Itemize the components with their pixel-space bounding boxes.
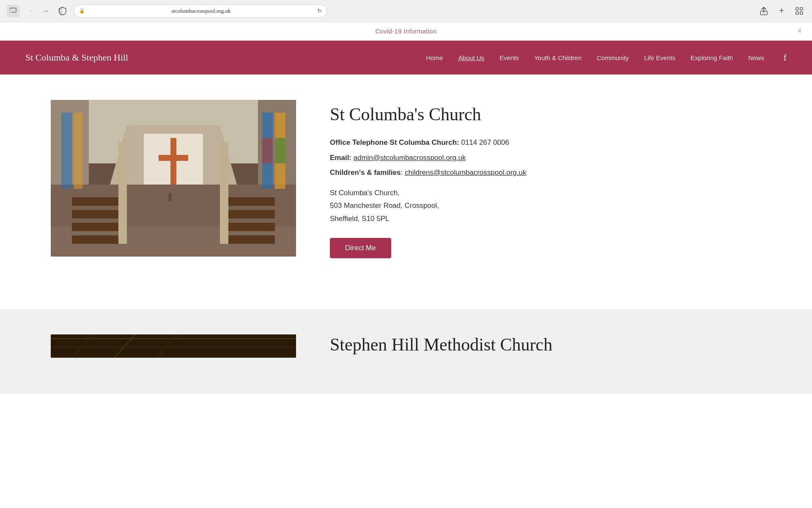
svg-rect-27 xyxy=(224,223,275,231)
stephen-hill-section: Stephen Hill Methodist Church xyxy=(51,334,761,358)
tab-icon[interactable] xyxy=(7,5,19,17)
svg-rect-5 xyxy=(796,12,798,14)
direct-me-button[interactable]: Direct Me xyxy=(330,238,391,258)
browser-chrome: ← → 🔒 stcolumbacrosspool.org.uk ↻ + xyxy=(0,0,812,22)
svg-rect-22 xyxy=(72,210,123,218)
new-tab-button[interactable]: + xyxy=(776,5,787,17)
covid-banner: Covid-19 Information × xyxy=(0,22,812,41)
share-button[interactable] xyxy=(758,5,770,17)
lock-icon: 🔒 xyxy=(79,8,85,14)
address-block: St Columba's Church, 503 Manchester Road… xyxy=(330,187,761,226)
main-content: St Columba's Church Office Telephone St … xyxy=(0,75,812,309)
church-info: St Columba's Church Office Telephone St … xyxy=(330,100,761,258)
stephen-hill-title: Stephen Hill Methodist Church xyxy=(330,334,552,355)
svg-rect-38 xyxy=(51,334,296,358)
st-columba-section: St Columba's Church Office Telephone St … xyxy=(51,100,761,258)
svg-rect-1 xyxy=(10,9,12,12)
church-interior-image xyxy=(51,100,296,257)
phone-label: Office Telephone St Columba Church: xyxy=(330,138,459,146)
nav-home[interactable]: Home xyxy=(426,54,443,61)
contact-block: Office Telephone St Columba Church: 0114… xyxy=(330,137,761,178)
address-bar[interactable]: 🔒 stcolumbacrosspool.org.uk ↻ xyxy=(74,4,327,18)
svg-rect-35 xyxy=(118,142,127,244)
svg-rect-37 xyxy=(168,193,172,202)
email-label: Email: xyxy=(330,154,351,162)
svg-rect-31 xyxy=(262,138,273,163)
address-line-2: 503 Manchester Road, Crosspool, xyxy=(330,199,761,213)
back-button[interactable]: ← xyxy=(26,5,38,17)
svg-rect-15 xyxy=(159,155,188,161)
forward-button[interactable]: → xyxy=(40,5,52,17)
gray-section: Stephen Hill Methodist Church xyxy=(0,309,812,394)
facebook-icon[interactable]: f xyxy=(784,52,787,63)
nav-community[interactable]: Community xyxy=(597,54,629,61)
phone-line: Office Telephone St Columba Church: 0114… xyxy=(330,137,761,148)
svg-rect-4 xyxy=(800,8,803,10)
svg-rect-33 xyxy=(61,113,72,189)
site-logo[interactable]: St Columba & Stephen Hill xyxy=(25,52,128,63)
svg-rect-6 xyxy=(800,12,803,14)
nav-exploring-faith[interactable]: Exploring Faith xyxy=(691,54,733,61)
phone-number: 0114 267 0006 xyxy=(461,138,509,146)
svg-rect-24 xyxy=(72,235,123,244)
site-header: St Columba & Stephen Hill Home About Us … xyxy=(0,41,812,75)
svg-rect-36 xyxy=(220,142,228,244)
reload-button[interactable]: ↻ xyxy=(317,8,322,14)
children-label: Children's & families xyxy=(330,168,401,177)
grid-button[interactable] xyxy=(793,5,805,17)
email-link[interactable]: admin@stcolumbacrosspool.org.uk xyxy=(354,154,466,162)
main-nav: Home About Us Events Youth & Children Co… xyxy=(426,52,787,63)
shield-icon xyxy=(57,5,69,17)
svg-rect-26 xyxy=(224,210,275,218)
nav-youth-children[interactable]: Youth & Children xyxy=(534,54,582,61)
svg-rect-28 xyxy=(224,235,275,244)
nav-life-events[interactable]: Life Events xyxy=(644,54,675,61)
browser-actions: + xyxy=(758,5,805,17)
nav-about-us[interactable]: About Us xyxy=(458,54,484,61)
covid-close-button[interactable]: × xyxy=(798,27,802,36)
svg-rect-14 xyxy=(170,138,176,189)
children-line: Children's & families: childrens@stcolum… xyxy=(330,167,761,178)
stephen-hill-image xyxy=(51,334,296,358)
covid-text[interactable]: Covid-19 Information xyxy=(375,28,436,35)
address-line-1: St Columba's Church, xyxy=(330,187,761,200)
stephen-hill-info: Stephen Hill Methodist Church xyxy=(330,334,552,355)
nav-news[interactable]: News xyxy=(748,54,764,61)
children-email-link[interactable]: childrens@stcolumbacrosspool.org.uk xyxy=(405,168,527,177)
svg-rect-32 xyxy=(275,138,285,163)
url-text: stcolumbacrosspool.org.uk xyxy=(88,8,314,14)
church-title: St Columba's Church xyxy=(330,104,761,124)
svg-rect-34 xyxy=(74,113,82,189)
svg-rect-21 xyxy=(72,197,123,206)
svg-rect-3 xyxy=(796,8,798,10)
svg-rect-23 xyxy=(72,223,123,231)
nav-events[interactable]: Events xyxy=(499,54,519,61)
svg-rect-25 xyxy=(224,197,275,206)
address-line-3: Sheffield, S10 5PL xyxy=(330,213,761,226)
email-line: Email: admin@stcolumbacrosspool.org.uk xyxy=(330,152,761,163)
